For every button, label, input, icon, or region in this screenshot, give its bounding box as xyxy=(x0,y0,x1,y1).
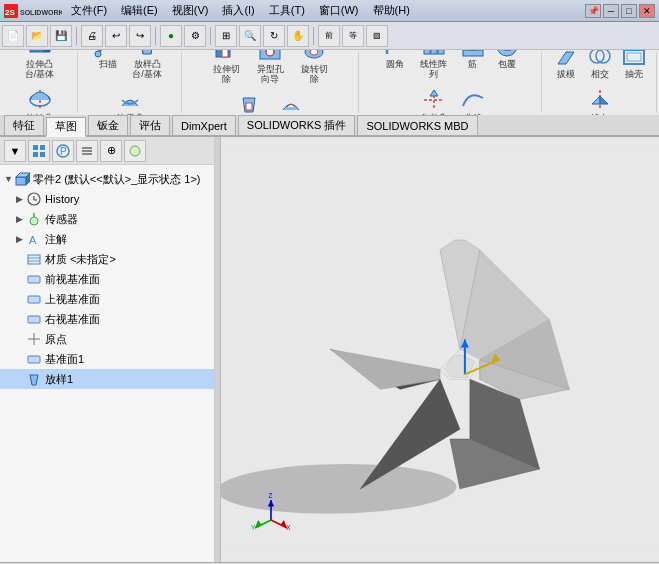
tree-item-right-plane[interactable]: 右视基准面 xyxy=(0,309,214,329)
tree-item-front-plane[interactable]: 前视基准面 xyxy=(0,269,214,289)
plane-icon-right xyxy=(26,311,42,327)
menu-view[interactable]: 视图(V) xyxy=(169,2,212,19)
tab-sw-addins[interactable]: SOLIDWORKS 插件 xyxy=(238,115,356,135)
filter-button[interactable]: ▼ xyxy=(4,140,26,162)
display-manager-button[interactable] xyxy=(124,140,146,162)
revolve-boss-button[interactable]: 旋转凸 台/基体 xyxy=(19,84,61,116)
tree-item-top-plane[interactable]: 上视基准面 xyxy=(0,289,214,309)
revolve-cut-button[interactable]: 旋转切 除 xyxy=(293,50,335,86)
svg-marker-39 xyxy=(600,96,608,104)
pin-button[interactable]: 📌 xyxy=(585,4,601,18)
view-iso[interactable]: 等 xyxy=(342,25,364,47)
pattern-button[interactable]: 线性阵 列 xyxy=(413,50,455,82)
rib-button[interactable]: 筋 xyxy=(457,50,489,82)
save-button[interactable]: 💾 xyxy=(50,25,72,47)
redo-button[interactable]: ↪ xyxy=(129,25,151,47)
new-button[interactable]: 📄 xyxy=(2,25,24,47)
expand-arrow-root[interactable]: ▼ xyxy=(4,174,14,184)
expand-arrow-history[interactable]: ▶ xyxy=(16,194,26,204)
expand-arrow-annotation[interactable]: ▶ xyxy=(16,234,26,244)
tree-item-loft1[interactable]: 放样1 xyxy=(0,369,214,389)
shell-button[interactable]: 抽壳 xyxy=(618,50,650,82)
svg-rect-20 xyxy=(246,103,252,110)
hole-wizard-label: 异型孔 向导 xyxy=(251,65,289,85)
fillet-button[interactable]: 圆角 xyxy=(379,50,411,82)
zoom-fit[interactable]: ⊞ xyxy=(215,25,237,47)
boundary-cut-button[interactable]: 边界切除 xyxy=(271,88,311,115)
minimize-button[interactable]: ─ xyxy=(603,4,619,18)
view-front[interactable]: 前 xyxy=(318,25,340,47)
axis-indicator: Z X Y xyxy=(251,492,291,532)
svg-marker-32 xyxy=(558,52,574,64)
pan[interactable]: ✋ xyxy=(287,25,309,47)
menu-window[interactable]: 窗口(W) xyxy=(316,2,362,19)
feature-manager-button[interactable] xyxy=(28,140,50,162)
display-style[interactable]: ▨ xyxy=(366,25,388,47)
hole-wizard-button[interactable]: 异型孔 向导 xyxy=(249,50,291,86)
draft-button[interactable]: 拔模 xyxy=(550,50,582,82)
menu-edit[interactable]: 编辑(E) xyxy=(118,2,161,19)
tree-item-sensor[interactable]: ▶ 传感器 xyxy=(0,209,214,229)
tree-item-material[interactable]: 材质 <未指定> xyxy=(0,249,214,269)
tree-label-material: 材质 <未指定> xyxy=(45,252,116,267)
tree-label-right-plane: 右视基准面 xyxy=(45,312,100,327)
wrap-button[interactable]: 包 包覆 xyxy=(491,50,523,82)
rebuild-button[interactable]: ● xyxy=(160,25,182,47)
boundary-cut-icon xyxy=(277,90,305,115)
tab-dimxpert[interactable]: DimXpert xyxy=(172,115,236,135)
print-button[interactable]: 🖨 xyxy=(81,25,103,47)
menu-insert[interactable]: 插入(I) xyxy=(219,2,257,19)
tree-item-plane1[interactable]: 基准面1 xyxy=(0,349,214,369)
close-button[interactable]: ✕ xyxy=(639,4,655,18)
window-controls: 📌 ─ □ ✕ xyxy=(585,4,655,18)
tree-label-loft1: 放样1 xyxy=(45,372,73,387)
maximize-button[interactable]: □ xyxy=(621,4,637,18)
expand-arrow-sensor[interactable]: ▶ xyxy=(16,214,26,224)
title-bar: 2S SOLIDWORKS 文件(F) 编辑(E) 视图(V) 插入(I) 工具… xyxy=(0,0,659,22)
dimxpert-manager-button[interactable]: ⊕ xyxy=(100,140,122,162)
hole-wizard-icon xyxy=(256,50,284,65)
mirror-button[interactable]: 镜向 xyxy=(584,84,616,116)
plane-icon-1 xyxy=(26,351,42,367)
revolve-boss-icon xyxy=(26,86,54,114)
tab-sheetmetal[interactable]: 钣金 xyxy=(88,115,128,135)
loft-boss-button[interactable]: 放样凸台/基体 xyxy=(126,50,168,82)
tree-item-annotation[interactable]: ▶ A 注解 xyxy=(0,229,214,249)
undo-button[interactable]: ↩ xyxy=(105,25,127,47)
tree-item-origin[interactable]: 原点 xyxy=(0,329,214,349)
boundary-boss-icon xyxy=(116,86,144,114)
open-button[interactable]: 📂 xyxy=(26,25,48,47)
boundary-boss-button[interactable]: 边界凸台/基体 xyxy=(109,84,151,116)
menu-file[interactable]: 文件(F) xyxy=(68,2,110,19)
loft-cut-button[interactable]: 放样切割 xyxy=(229,88,269,115)
extrude-cut-button[interactable]: 拉伸切 除 xyxy=(205,50,247,86)
tab-sketch[interactable]: 草图 xyxy=(46,117,86,137)
tree-item-history[interactable]: ▶ History xyxy=(0,189,214,209)
menu-bar: 文件(F) 编辑(E) 视图(V) 插入(I) 工具(T) 窗口(W) 帮助(H… xyxy=(68,2,413,19)
menu-help[interactable]: 帮助(H) xyxy=(370,2,413,19)
viewport[interactable]: Z X Y xyxy=(221,137,659,562)
config-manager-button[interactable] xyxy=(76,140,98,162)
extrude-boss-button[interactable]: 拉伸凸 台/基体 xyxy=(19,50,61,82)
property-manager-button[interactable]: P xyxy=(52,140,74,162)
intersect-button[interactable]: 相交 xyxy=(584,50,616,82)
cut-group: 拉伸切 除 异型孔 向导 旋转切 除 放样切割 xyxy=(183,52,359,113)
rotate[interactable]: ↻ xyxy=(263,25,285,47)
sweep-button[interactable]: 扫描 xyxy=(92,50,124,82)
options-button[interactable]: ⚙ xyxy=(184,25,206,47)
svg-point-56 xyxy=(30,217,38,225)
shell-label: 抽壳 xyxy=(625,70,643,80)
svg-text:SOLIDWORKS: SOLIDWORKS xyxy=(20,9,62,16)
pattern-label: 线性阵 列 xyxy=(415,60,453,80)
part-icon xyxy=(14,171,30,187)
zoom-in[interactable]: 🔍 xyxy=(239,25,261,47)
tab-feature[interactable]: 特征 xyxy=(4,115,44,135)
tree-item-root[interactable]: ▼ 零件2 (默认<<默认>_显示状态 1>) xyxy=(0,169,214,189)
refgeo-button[interactable]: 参考几 何体 xyxy=(413,84,455,116)
menu-tools[interactable]: 工具(T) xyxy=(266,2,308,19)
svg-rect-22 xyxy=(431,50,437,54)
sweep-group: 扫描 放样凸台/基体 边界凸台/基体 xyxy=(79,52,182,113)
curve-button[interactable]: 曲线 xyxy=(457,84,489,116)
tab-sw-mbd[interactable]: SOLIDWORKS MBD xyxy=(357,115,477,135)
tab-evaluate[interactable]: 评估 xyxy=(130,115,170,135)
